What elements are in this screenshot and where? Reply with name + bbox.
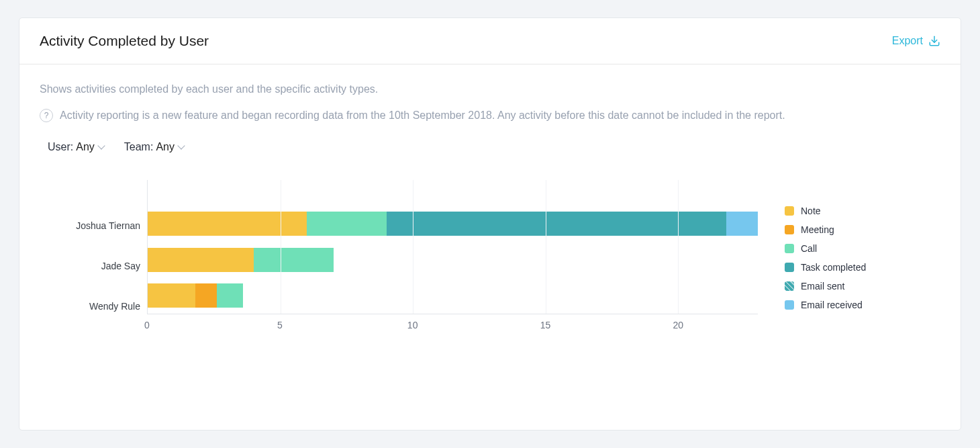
team-filter[interactable]: Team: Any xyxy=(124,141,184,153)
legend-item[interactable]: Note xyxy=(785,206,866,216)
bar-segment[interactable] xyxy=(307,212,387,236)
chevron-down-icon xyxy=(97,142,105,149)
bar-row xyxy=(148,277,758,314)
card-header: Activity Completed by User Export xyxy=(19,18,961,64)
plot: 05101520 xyxy=(147,180,758,341)
card-body: Shows activities completed by each user … xyxy=(19,64,961,361)
x-axis-tick: 5 xyxy=(277,320,283,330)
bar-segment[interactable] xyxy=(148,248,254,272)
help-icon[interactable]: ? xyxy=(40,109,53,122)
legend-item[interactable]: Task completed xyxy=(785,262,866,273)
plot-area xyxy=(147,180,758,314)
x-axis-tick: 10 xyxy=(407,320,418,330)
legend-label: Meeting xyxy=(801,224,834,235)
user-filter-label: User: xyxy=(48,141,73,153)
stacked-bar[interactable] xyxy=(148,212,758,236)
user-filter[interactable]: User: Any xyxy=(48,141,104,153)
legend-label: Task completed xyxy=(801,262,866,273)
bar-segment[interactable] xyxy=(148,283,195,308)
bar-row xyxy=(148,242,758,278)
gridline xyxy=(678,180,679,314)
legend: NoteMeetingCallTask completedEmail sentE… xyxy=(785,180,866,341)
y-axis-label: Joshua Tiernan xyxy=(76,206,140,246)
filters-row: User: Any Team: Any xyxy=(40,141,940,153)
user-filter-value: Any xyxy=(76,141,95,153)
legend-swatch xyxy=(785,244,794,253)
legend-label: Email received xyxy=(801,300,863,310)
chevron-down-icon xyxy=(177,142,185,149)
gridline xyxy=(413,180,413,314)
report-description: Shows activities completed by each user … xyxy=(40,83,940,95)
bar-segment[interactable] xyxy=(217,283,244,308)
bar-segment[interactable] xyxy=(254,248,334,272)
chart: Joshua TiernanJade SayWendy Rule 0510152… xyxy=(40,180,940,341)
legend-item[interactable]: Email received xyxy=(785,300,866,310)
legend-label: Email sent xyxy=(801,281,844,292)
legend-swatch xyxy=(785,300,794,310)
x-axis-ticks: 05101520 xyxy=(147,314,758,334)
legend-swatch xyxy=(785,206,794,216)
bar-segment[interactable] xyxy=(148,212,307,236)
team-filter-value: Any xyxy=(156,141,175,153)
page-title: Activity Completed by User xyxy=(40,33,209,49)
export-icon xyxy=(928,35,940,47)
notice-text: Activity reporting is a new feature and … xyxy=(60,109,785,122)
legend-item[interactable]: Call xyxy=(785,243,866,254)
x-axis-tick: 20 xyxy=(673,320,684,330)
legend-label: Call xyxy=(801,243,817,254)
gridline xyxy=(546,180,546,314)
y-axis-labels: Joshua TiernanJade SayWendy Rule xyxy=(60,180,147,341)
export-label: Export xyxy=(892,35,923,47)
stacked-bar[interactable] xyxy=(148,248,758,272)
bar-stack-container xyxy=(148,180,758,314)
bar-segment[interactable] xyxy=(726,212,758,236)
bar-segment[interactable] xyxy=(387,212,726,236)
x-axis-tick: 15 xyxy=(540,320,551,330)
stacked-bar[interactable] xyxy=(148,283,758,308)
y-axis-label: Wendy Rule xyxy=(89,286,140,326)
export-button[interactable]: Export xyxy=(892,35,940,47)
gridline xyxy=(281,180,281,314)
feature-notice: ? Activity reporting is a new feature an… xyxy=(40,109,940,122)
team-filter-label: Team: xyxy=(124,141,154,153)
bar-row xyxy=(148,206,758,242)
legend-swatch xyxy=(785,263,794,272)
legend-swatch xyxy=(785,281,794,291)
legend-item[interactable]: Email sent xyxy=(785,281,866,292)
x-axis-tick: 0 xyxy=(144,320,150,330)
bar-segment[interactable] xyxy=(195,283,217,308)
legend-label: Note xyxy=(801,206,821,216)
legend-item[interactable]: Meeting xyxy=(785,224,866,235)
legend-swatch xyxy=(785,225,794,234)
y-axis-label: Jade Say xyxy=(101,246,140,286)
report-card: Activity Completed by User Export Shows … xyxy=(19,17,961,431)
